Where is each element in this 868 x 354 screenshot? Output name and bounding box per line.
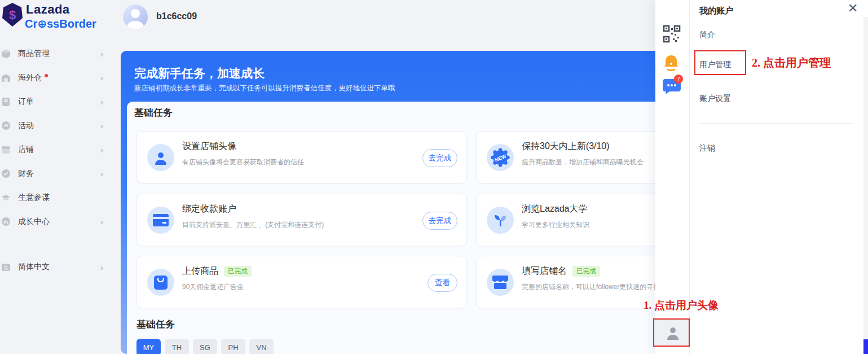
sidebar-nav: 商品管理 › 海外仓 › 订单 › 活动 › 店铺 › 财务 ›	[0, 42, 120, 234]
sidebar: $ Lazada Cr⊕ssBorder 商品管理 › 海外仓 › 订单 › 活…	[0, 0, 120, 354]
close-icon[interactable]: ✕	[848, 1, 858, 16]
language-icon: 文	[1, 263, 11, 272]
go-complete-button[interactable]: 去完成	[422, 212, 458, 230]
chat-unread-badge: 7	[674, 75, 683, 84]
sidebar-item-label: 海外仓	[18, 73, 42, 83]
country-tabs: MY TH SG PH VN	[136, 339, 274, 354]
menu-item-account-settings[interactable]: 账户设置	[699, 94, 731, 104]
product-box-icon	[1, 49, 11, 59]
task-desc: 学习更多行业相关知识	[522, 220, 589, 230]
activity-icon	[1, 121, 11, 130]
view-button[interactable]: 查看	[428, 274, 457, 292]
store-icon	[1, 145, 11, 155]
lazada-logo: $ Lazada Cr⊕ssBorder	[0, 1, 120, 34]
shopping-bag-icon	[147, 269, 174, 296]
svg-text:$: $	[9, 8, 16, 22]
tab-my[interactable]: MY	[136, 339, 161, 354]
annotation-rect-user-management	[694, 50, 746, 75]
banner-subtitle: 新店铺初期成长非常重要，完成以下任务可以提升消费者信任度，更好地促进下单哦	[134, 84, 395, 93]
menu-item-profile[interactable]: 简介	[699, 30, 715, 40]
sidebar-item-finance[interactable]: 财务 ›	[0, 162, 120, 186]
task-title: 填写店铺名	[522, 265, 567, 277]
user-icon	[147, 144, 174, 171]
task-title: 上传商品	[182, 265, 218, 277]
section-title-basic-tasks: 基础任务	[134, 106, 173, 119]
chevron-right-icon: ›	[100, 73, 103, 82]
bank-card-icon	[147, 207, 174, 234]
task-card-bind-payment-account[interactable]: 绑定收款账户 目前支持派安盈、万里汇 、(支付宝和连连支付) 去完成	[136, 194, 467, 246]
chevron-right-icon: ›	[100, 217, 103, 226]
chevron-right-icon: ›	[100, 49, 103, 59]
sidebar-item-label: 活动	[18, 121, 34, 131]
storefront-icon	[487, 269, 514, 296]
scrollbar-thumb[interactable]	[863, 339, 868, 354]
task-desc: 有店铺头像将会更容易获取消费者的信任	[182, 158, 304, 167]
sidebar-item-activities[interactable]: 活动 ›	[0, 114, 120, 138]
sidebar-item-business-advisor[interactable]: 生意参谋	[0, 186, 120, 210]
task-desc: 90天佣金返还广告金	[182, 282, 244, 292]
avatar-person-icon	[123, 5, 148, 29]
account-panel-title: 我的账户	[699, 6, 733, 16]
sidebar-item-overseas-warehouse[interactable]: 海外仓 ›	[0, 66, 120, 90]
plant-icon	[487, 207, 514, 234]
header-username: b1c6cc09	[156, 11, 197, 21]
sidebar-item-language[interactable]: 文 简体中文 ›	[0, 255, 120, 279]
logo-text-crossborder: Cr⊕ssBorder	[25, 17, 96, 30]
finance-icon	[1, 169, 11, 178]
warehouse-icon	[1, 73, 11, 82]
tab-ph[interactable]: PH	[221, 339, 245, 354]
done-badge: 已完成	[572, 266, 600, 277]
menu-divider	[700, 123, 852, 124]
task-title: 设置店铺头像	[182, 141, 236, 152]
task-desc: 提升商品数量，增加店铺和商品曝光机会	[522, 158, 644, 167]
red-dot-badge	[45, 74, 48, 77]
sidebar-item-label: 成长中心	[18, 217, 50, 227]
sidebar-item-growth-center[interactable]: 成长中心 ›	[0, 210, 120, 234]
sidebar-item-label: 生意参谋	[18, 193, 50, 203]
menu-item-logout[interactable]: 注销	[699, 143, 715, 154]
annotation-step2-text: 2. 点击用户管理	[752, 55, 831, 71]
task-title: 保持30天内上新(3/10)	[522, 141, 610, 152]
advisor-cap-icon	[1, 193, 11, 203]
tab-vn[interactable]: VN	[249, 339, 274, 354]
sidebar-item-orders[interactable]: 订单 ›	[0, 90, 120, 114]
scrollbar-track[interactable]	[863, 17, 868, 354]
chevron-right-icon: ›	[100, 145, 103, 155]
growth-icon	[1, 217, 11, 226]
new-badge-icon: NEW	[487, 144, 514, 171]
annotation-step1-text: 1. 点击用户头像	[644, 298, 719, 313]
tab-th[interactable]: TH	[165, 339, 189, 354]
sidebar-language-section: 文 简体中文 ›	[0, 255, 120, 279]
task-card-set-store-avatar[interactable]: 设置店铺头像 有店铺头像将会更容易获取消费者的信任 去完成	[136, 131, 467, 183]
tab-sg[interactable]: SG	[193, 339, 217, 354]
annotation-rect-avatar	[653, 318, 690, 347]
sidebar-item-label: 店铺	[18, 145, 34, 155]
svg-text:文: 文	[3, 264, 8, 270]
sidebar-item-label: 简体中文	[18, 262, 50, 272]
section-title-basic-tasks-2: 基础任务	[136, 318, 175, 331]
order-document-icon	[1, 97, 11, 107]
task-desc: 目前支持派安盈、万里汇 、(支付宝和连连支付)	[182, 220, 324, 230]
lazada-logo-icon: $	[1, 2, 24, 27]
sidebar-item-label: 订单	[18, 97, 34, 107]
header-avatar[interactable]	[123, 5, 148, 29]
sidebar-item-store[interactable]: 店铺 ›	[0, 138, 120, 162]
qr-code-icon[interactable]	[663, 25, 681, 43]
chevron-right-icon: ›	[100, 263, 103, 272]
sidebar-item-label: 财务	[18, 169, 34, 179]
done-badge: 已完成	[224, 266, 252, 277]
task-title: 浏览Lazada大学	[522, 203, 588, 215]
chevron-right-icon: ›	[100, 97, 103, 107]
chevron-right-icon: ›	[100, 121, 103, 130]
task-card-upload-products[interactable]: 上传商品 已完成 90天佣金返还广告金 查看	[136, 256, 467, 308]
sidebar-item-product-management[interactable]: 商品管理 ›	[0, 42, 120, 66]
go-complete-button[interactable]: 去完成	[422, 149, 458, 167]
task-title: 绑定收款账户	[182, 203, 236, 215]
logo-text-lazada: Lazada	[26, 2, 70, 17]
sidebar-item-label: 商品管理	[18, 49, 50, 59]
banner-title: 完成新手任务，加速成长	[134, 65, 265, 81]
notification-bell-icon[interactable]	[663, 54, 680, 72]
chevron-right-icon: ›	[100, 169, 103, 178]
task-desc: 完整的店铺名称，可以让follower更快速的寻找	[522, 282, 660, 292]
